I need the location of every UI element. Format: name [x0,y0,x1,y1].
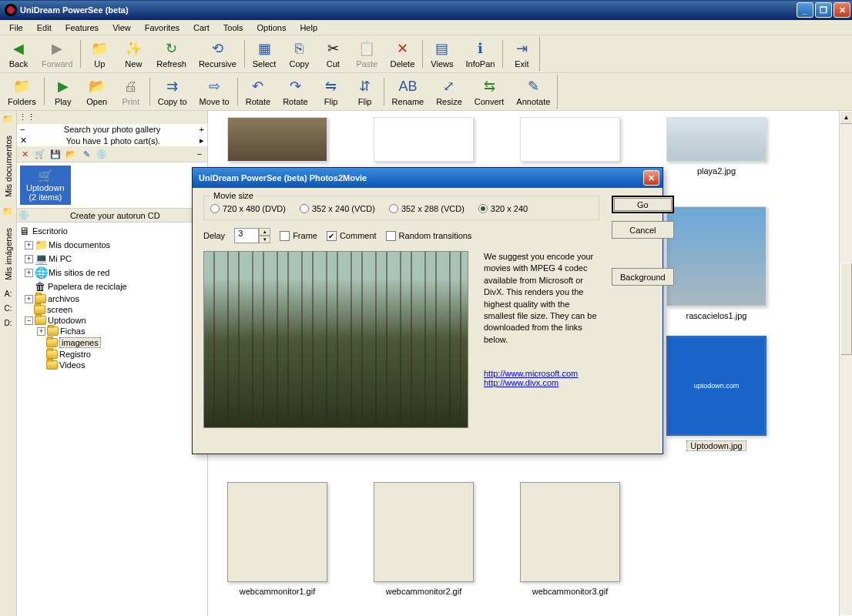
delay-spinner[interactable]: 3 ▲▼ [234,228,270,243]
up-button[interactable]: 📁Up [82,38,116,70]
resize-button[interactable]: ⤢Resize [430,75,468,108]
paste-button[interactable]: 📋Paste [350,38,384,70]
flip-h-button[interactable]: ⇋Flip [314,75,348,108]
menu-favorites[interactable]: Favorites [139,22,186,34]
infopan-button[interactable]: ℹInfoPan [459,38,501,70]
annotate-button[interactable]: ✎Annotate [510,75,556,108]
views-button[interactable]: ▤Views [424,38,459,70]
rotate-left-button[interactable]: ↶Rotate [240,75,277,108]
play-button[interactable]: ▶Play [46,75,80,108]
link-divx[interactable]: http://www.divx.com [484,378,599,387]
copyto-button[interactable]: ⇉Copy to [152,75,193,108]
maximize-button[interactable]: ❐ [815,2,832,18]
forward-button[interactable]: ▶Forward [35,38,79,70]
tree-registro[interactable]: Registro [18,349,206,360]
cut-button[interactable]: ✂Cut [316,38,350,70]
dialog-close-button[interactable]: ✕ [643,170,659,186]
tree-docs[interactable]: +📁Mis documentos [18,238,206,252]
new-button[interactable]: ✨New [116,38,150,70]
menu-options[interactable]: Options [251,22,293,34]
frame-checkbox[interactable]: Frame [280,231,317,241]
play-small-icon[interactable]: ▸ [200,136,204,146]
convert-button[interactable]: ⇆Convert [468,75,511,108]
comment-checkbox[interactable]: ✔Comment [327,231,377,241]
recursive-button[interactable]: ⟲Recursive [193,38,243,70]
refresh-button[interactable]: ↻Refresh [150,38,193,70]
docs-strip-label[interactable]: Mis documentos [4,132,13,200]
cancel-button[interactable]: Cancel [612,221,674,239]
docs-strip-icon[interactable]: 📁 [2,114,15,126]
select-button[interactable]: ▦Select [247,38,283,70]
menu-cart[interactable]: Cart [187,22,216,34]
delete-button[interactable]: ✕Delete [384,38,421,70]
cart-collapse-icon[interactable]: − [193,148,206,160]
cart-open-icon[interactable]: 📂 [65,148,77,160]
expand-icon[interactable]: + [25,255,33,263]
background-button[interactable]: Background [612,268,674,286]
copy-button[interactable]: ⎘Copy [282,38,316,70]
scroll-thumb[interactable] [840,263,852,355]
moveto-button[interactable]: ⇨Move to [193,75,236,108]
close-button[interactable]: ✕ [834,2,850,18]
collapse-icon[interactable]: − [25,316,33,325]
tree-trash[interactable]: 🗑Papelera de reciclaje [18,280,206,293]
expand-icon[interactable]: + [37,327,45,336]
tree-desktop[interactable]: 🖥Escritorio [18,224,206,238]
tree-pc[interactable]: +💻Mi PC [18,252,206,266]
cart-item[interactable]: 🛒 Uptodown (2 items) [20,166,71,205]
imgs-strip-icon[interactable]: 📁 [2,206,15,219]
tree-videos[interactable]: Videos [18,360,206,370]
scroll-up-button[interactable]: ▲ [840,111,852,124]
tree-uptodown[interactable]: −Uptodown [18,315,206,326]
folders-button[interactable]: 📁Folders [2,75,42,108]
delay-input[interactable]: 3 [234,228,259,243]
tree-screen[interactable]: screen [18,304,206,315]
strip-letter-a[interactable]: A: [5,290,12,298]
strip-letter-c[interactable]: C: [5,304,12,313]
open-button[interactable]: 📂Open [80,75,114,108]
thumb-uptodown[interactable]: uptodown.comUptodown.jpg [662,336,770,451]
thumb-webcam3[interactable]: webcammonitor3.gif [516,482,624,596]
radio-352x288[interactable]: 352 x 288 (VCD) [389,204,465,213]
menu-file[interactable]: File [3,22,29,34]
link-microsoft[interactable]: http://www.microsoft.com [484,369,599,378]
exit-button[interactable]: ⇥Exit [505,38,538,70]
menu-tools[interactable]: Tools [217,22,250,34]
cart-save-icon[interactable]: 💾 [49,148,62,160]
tree-archivos[interactable]: +archivos [18,293,206,304]
thumb-webcam1[interactable]: webcammonitor1.gif [223,482,331,596]
radio-352x240[interactable]: 352 x 240 (VCD) [300,204,375,213]
strip-letter-d[interactable]: D: [5,319,12,327]
tree-fichas[interactable]: +Fichas [18,326,206,336]
thumb-rascacielos[interactable]: rascacielos1.jpg [662,206,770,320]
sidebar-handle[interactable]: ⋮⋮ [17,111,207,124]
spin-up-button[interactable]: ▲ [259,228,270,236]
menu-edit[interactable]: Edit [31,22,58,34]
rotate-right-button[interactable]: ↷Rotate [277,75,314,108]
random-checkbox[interactable]: Random transitions [386,231,472,241]
dialog-titlebar[interactable]: UniDream PowerSee (beta) Photos2Movie ✕ [193,168,662,188]
radio-720x480[interactable]: 720 x 480 (DVD) [210,204,286,213]
cart-edit-icon[interactable]: ✎ [80,148,92,160]
cart-cd-icon[interactable]: 💿 [96,148,108,160]
expand-icon[interactable]: + [25,295,33,303]
cart-add-icon[interactable]: 🛒 [34,148,46,160]
scrollbar[interactable]: ▲ ▼ [839,111,852,616]
back-button[interactable]: ◀Back [2,38,35,70]
rename-button[interactable]: ABRename [386,75,431,108]
menu-help[interactable]: Help [294,22,324,34]
spin-down-button[interactable]: ▼ [259,236,270,243]
tree-imagenes[interactable]: imagenes [18,336,206,349]
imgs-strip-label[interactable]: Mis imágenes [4,225,13,283]
tree-net[interactable]: +🌐Mis sitios de red [18,266,206,280]
menu-view[interactable]: View [106,22,137,34]
expand-icon[interactable]: + [200,125,204,134]
minimize-button[interactable]: _ [797,2,813,18]
search-row[interactable]: − Search your photo gallery + [17,124,207,135]
expand-icon[interactable]: + [25,269,33,277]
menu-features[interactable]: Features [59,22,105,34]
radio-320x240[interactable]: 320 x 240 [478,204,528,213]
go-button[interactable]: Go [612,196,674,213]
expand-icon[interactable]: + [25,241,33,249]
carts-row[interactable]: ✕ You have 1 photo cart(s). ▸ [17,135,207,146]
